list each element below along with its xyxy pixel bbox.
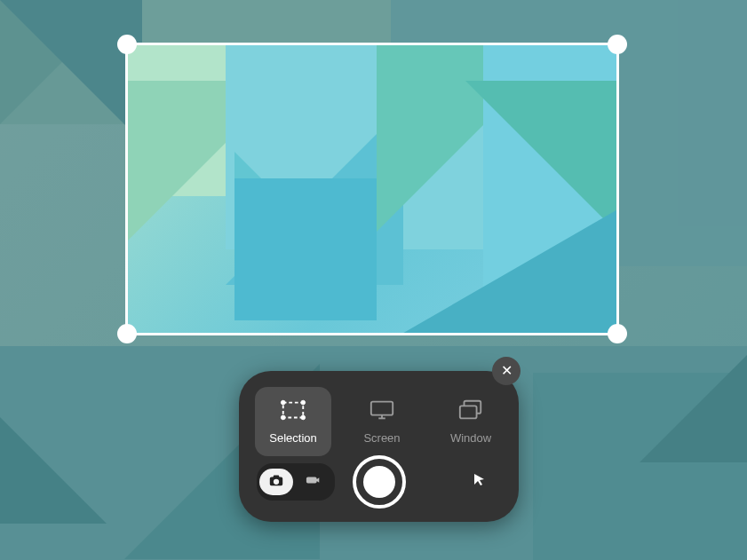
mode-selection[interactable]: Selection [255, 387, 331, 456]
screenshot-panel: ✕ Selection [239, 371, 519, 522]
window-icon [457, 399, 484, 424]
photo-video-toggle [257, 463, 335, 501]
show-pointer-toggle[interactable] [467, 469, 492, 494]
svg-rect-9 [460, 406, 477, 418]
video-mode-button[interactable] [297, 469, 330, 495]
pointer-icon [473, 473, 487, 491]
panel-bottom-row [257, 458, 501, 506]
resize-handle-bottom-right[interactable] [608, 324, 627, 343]
mode-screen[interactable]: Screen [344, 387, 420, 456]
resize-handle-bottom-left[interactable] [117, 324, 137, 343]
selection-preview [128, 45, 616, 333]
mode-label: Screen [363, 431, 400, 445]
svg-point-4 [301, 415, 306, 420]
svg-rect-0 [283, 402, 304, 417]
camera-icon [268, 472, 284, 492]
mode-label: Window [450, 431, 491, 445]
screen-icon [369, 399, 395, 424]
video-icon [306, 472, 322, 492]
selection-icon [280, 399, 306, 424]
svg-point-3 [281, 415, 285, 420]
capture-button-indicator [363, 466, 395, 498]
close-button[interactable]: ✕ [492, 357, 521, 385]
desktop-wallpaper: ✕ Selection [0, 0, 747, 560]
svg-rect-5 [371, 401, 393, 414]
resize-handle-top-right[interactable] [608, 35, 627, 54]
selection-rectangle[interactable] [125, 43, 619, 335]
photo-mode-button[interactable] [259, 469, 293, 495]
capture-mode-row: Selection Screen [255, 387, 509, 456]
svg-point-2 [301, 400, 306, 405]
close-icon: ✕ [501, 364, 513, 378]
svg-point-1 [281, 400, 285, 405]
mode-label: Selection [269, 431, 316, 445]
resize-handle-top-left[interactable] [117, 35, 137, 54]
capture-button[interactable] [353, 455, 406, 509]
mode-window[interactable]: Window [433, 387, 509, 456]
